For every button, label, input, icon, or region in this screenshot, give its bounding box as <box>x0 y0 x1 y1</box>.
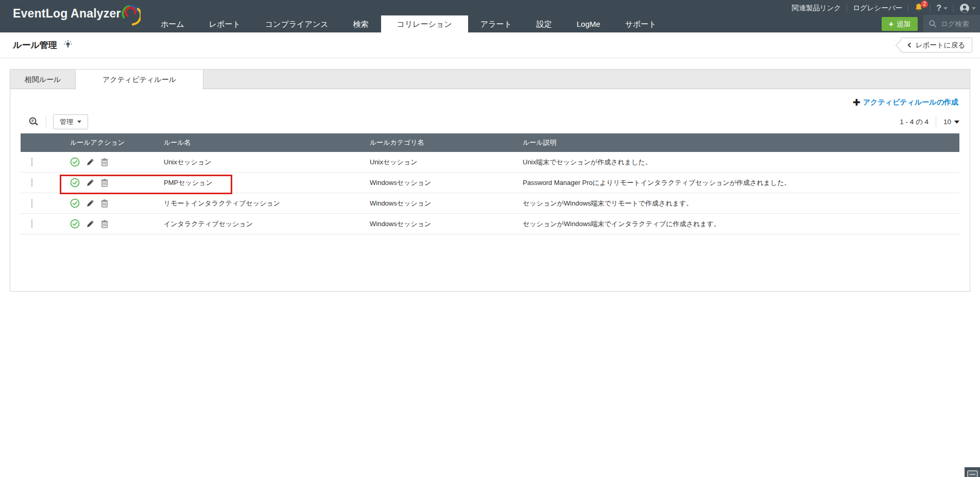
manage-button-label: 管理 <box>60 117 73 127</box>
row-checkbox[interactable] <box>31 219 32 228</box>
chat-widget-button[interactable] <box>965 467 980 477</box>
user-icon <box>959 3 970 13</box>
divider <box>930 5 931 12</box>
divider <box>46 116 46 128</box>
help-menu-button[interactable]: ? <box>936 4 948 13</box>
pencil-icon <box>87 199 94 207</box>
rule-panel: 相関ルール アクティビティルール ✚ アクティビティルールの作成 <box>10 69 970 292</box>
tab-correlation-rules[interactable]: 相関ルール <box>10 70 75 89</box>
row-checkbox[interactable] <box>31 199 32 208</box>
nav-item-correlation[interactable]: コリレーション <box>381 15 468 32</box>
enable-rule-button[interactable] <box>70 219 80 229</box>
enable-rule-button[interactable] <box>70 178 80 188</box>
nav-item-compliance[interactable]: コンプライアンス <box>253 15 341 32</box>
check-circle-icon <box>70 178 80 188</box>
nav-item-alerts[interactable]: アラート <box>468 15 524 32</box>
edit-rule-button[interactable] <box>87 220 94 228</box>
nav-item-support[interactable]: サポート <box>613 15 669 32</box>
chevron-down-icon <box>972 7 976 10</box>
create-activity-rule-link[interactable]: ✚ アクティビティルールの作成 <box>853 98 958 107</box>
delete-rule-button[interactable] <box>101 179 108 187</box>
create-link-label: アクティビティルールの作成 <box>863 98 958 107</box>
table-row: インタラクティブセッション Windowsセッション セッションがWindows… <box>21 214 959 234</box>
column-header-description: ルール説明 <box>505 138 959 147</box>
column-header-category: ルールカテゴリ名 <box>352 138 505 147</box>
rule-category: Windowsセッション <box>352 178 505 188</box>
plus-icon: + <box>889 20 893 28</box>
nav-item-reports[interactable]: レポート <box>197 15 253 32</box>
trash-icon <box>101 220 108 228</box>
rule-name: PMPセッション <box>146 178 352 188</box>
page-title: ルール管理 <box>13 39 57 51</box>
trash-icon <box>101 199 108 208</box>
check-circle-icon <box>70 219 80 229</box>
check-circle-icon <box>70 157 80 167</box>
add-button[interactable]: + 追加 <box>882 17 918 31</box>
rule-description: セッションがWindows端末でリモートで作成されます。 <box>505 199 959 208</box>
manage-dropdown-button[interactable]: 管理 <box>53 114 88 129</box>
search-filter-icon[interactable] <box>28 116 39 127</box>
log-receiver-link[interactable]: ログレシーバー <box>853 4 902 13</box>
chevron-down-icon <box>943 7 948 10</box>
tab-activity-rules[interactable]: アクティビティルール <box>75 70 203 90</box>
edit-rule-button[interactable] <box>87 199 94 207</box>
notifications-button[interactable]: 2 <box>914 3 924 13</box>
search-icon <box>929 20 937 28</box>
app-header: EventLog Analyzer ホーム レポート コンプライアンス 検索 コ… <box>0 0 980 32</box>
table-row: リモートインタラクティブセッション Windowsセッション セッションがWin… <box>21 193 959 214</box>
app-logo-text: EventLog Analyzer <box>13 7 121 21</box>
nav-item-settings[interactable]: 設定 <box>524 15 564 32</box>
enable-rule-button[interactable] <box>70 198 80 208</box>
main-nav: ホーム レポート コンプライアンス 検索 コリレーション アラート 設定 Log… <box>148 15 669 32</box>
page-size-dropdown[interactable]: 10 <box>943 118 959 126</box>
chevron-down-icon <box>954 121 959 124</box>
plus-icon: ✚ <box>853 98 861 107</box>
notification-count-badge: 2 <box>921 1 928 8</box>
nav-item-logme[interactable]: LogMe <box>564 15 613 32</box>
delete-rule-button[interactable] <box>101 158 108 166</box>
enable-rule-button[interactable] <box>70 157 80 167</box>
row-checkbox[interactable] <box>31 178 32 187</box>
account-menu-button[interactable] <box>959 3 976 13</box>
table-row: PMPセッション Windowsセッション Password Manager P… <box>21 173 959 193</box>
brand-swirl-icon <box>120 3 141 27</box>
page-title-bar: ルール管理 レポートに戻る <box>0 32 980 58</box>
row-checkbox[interactable] <box>31 158 32 166</box>
rule-tabs: 相関ルール アクティビティルール <box>10 70 970 89</box>
rule-name: リモートインタラクティブセッション <box>146 199 352 208</box>
divider <box>953 5 954 12</box>
pencil-icon <box>87 158 94 166</box>
rule-name: Unixセッション <box>146 158 352 167</box>
log-search-box[interactable] <box>923 15 980 32</box>
app-logo[interactable]: EventLog Analyzer <box>13 7 141 27</box>
pagination-range: 1 - 4 の 4 <box>900 117 929 127</box>
question-icon: ? <box>936 4 941 13</box>
delete-rule-button[interactable] <box>101 199 108 208</box>
add-button-label: 追加 <box>897 20 910 29</box>
table-header-row: ルールアクション ルール名 ルールカテゴリ名 ルール説明 <box>21 133 959 152</box>
back-to-reports-button[interactable]: レポートに戻る <box>901 38 972 53</box>
rule-description: セッションがWindows端末でインタラクティブに作成されます。 <box>505 219 959 229</box>
pencil-icon <box>87 220 94 228</box>
trash-icon <box>101 158 108 166</box>
nav-item-home[interactable]: ホーム <box>148 15 197 32</box>
content-area: 相関ルール アクティビティルール ✚ アクティビティルールの作成 <box>0 58 980 292</box>
log-search-input[interactable] <box>941 20 978 28</box>
rule-table: ルールアクション ルール名 ルールカテゴリ名 ルール説明 <box>21 133 959 234</box>
divider <box>847 5 847 12</box>
rule-category: Unixセッション <box>352 158 505 167</box>
rule-panel-body: ✚ アクティビティルールの作成 管理 1 - 4 の 4 <box>10 89 970 291</box>
chevron-down-icon <box>77 121 81 123</box>
delete-rule-button[interactable] <box>101 220 108 228</box>
check-circle-icon <box>70 198 80 208</box>
back-button-label: レポートに戻る <box>916 41 965 50</box>
edit-rule-button[interactable] <box>87 158 94 166</box>
pagination: 1 - 4 の 4 10 <box>900 116 959 128</box>
bulb-icon[interactable] <box>63 40 73 49</box>
nav-item-search[interactable]: 検索 <box>341 15 381 32</box>
page-size-value: 10 <box>943 118 951 126</box>
rule-name: インタラクティブセッション <box>146 219 352 229</box>
related-products-link[interactable]: 関連製品リンク <box>792 4 841 13</box>
edit-rule-button[interactable] <box>87 179 94 186</box>
rule-description: Unix端末でセッションが作成されました。 <box>505 158 959 167</box>
